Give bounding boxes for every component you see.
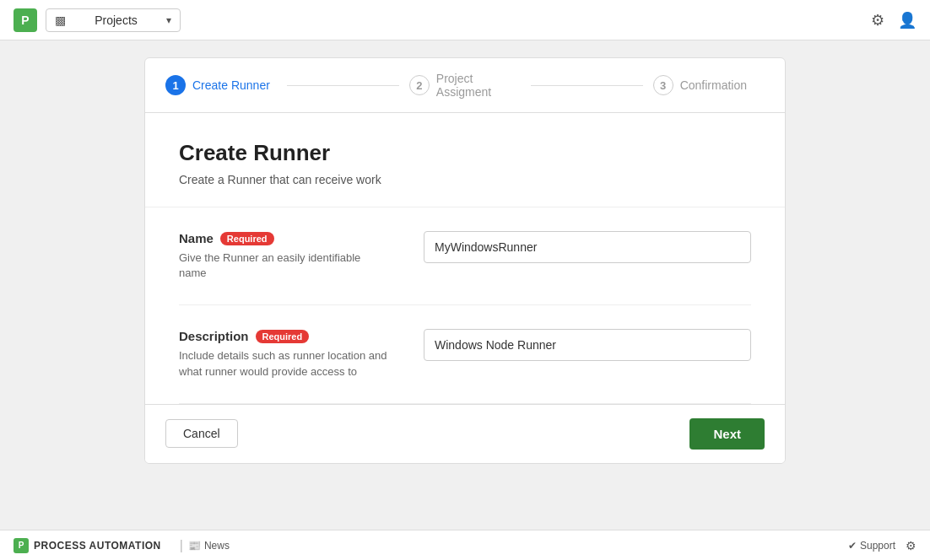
nav-left: P ▩ Projects ▾ <box>14 8 181 32</box>
app-logo: P <box>14 8 37 32</box>
description-field-info: Description Required Include details suc… <box>179 329 390 379</box>
main-content: 1 Create Runner 2 Project Assigment 3 Co… <box>0 40 930 530</box>
description-description: Include details such as runner location … <box>179 348 390 379</box>
description-label: Description <box>179 329 249 343</box>
step-2-label: Project Assigment <box>436 72 521 99</box>
form-body: Name Required Give the Runner an easily … <box>145 207 785 404</box>
settings-icon[interactable]: ⚙ <box>871 11 884 30</box>
projects-dropdown-label: Projects <box>73 13 160 27</box>
user-icon[interactable]: 👤 <box>898 11 916 30</box>
step-2-number: 2 <box>409 75 430 95</box>
news-icon: 📰 <box>188 540 201 552</box>
step-1-item: 1 Create Runner <box>165 75 277 95</box>
support-link[interactable]: ✔ Support <box>848 540 895 552</box>
description-label-row: Description Required <box>179 329 390 343</box>
bottom-bar: P PROCESS AUTOMATION | 📰 News ✔ Support … <box>0 530 930 560</box>
bottom-right: ✔ Support ⚙ <box>848 539 916 552</box>
form-header: Create Runner Create a Runner that can r… <box>145 113 785 207</box>
bottom-left: P PROCESS AUTOMATION | 📰 News <box>14 538 230 553</box>
name-label-row: Name Required <box>179 231 390 245</box>
name-input[interactable] <box>424 231 751 263</box>
description-input-area <box>424 329 751 361</box>
description-field-row: Description Required Include details suc… <box>179 305 751 403</box>
name-input-area <box>424 231 751 263</box>
step-3-item: 3 Confirmation <box>653 75 765 95</box>
bottom-logo: P <box>14 538 29 553</box>
step-divider-2 <box>531 85 642 86</box>
step-1-number: 1 <box>165 75 186 95</box>
description-input[interactable] <box>424 329 751 361</box>
name-description: Give the Runner an easily identifiable n… <box>179 250 390 281</box>
bottom-settings-icon[interactable]: ⚙ <box>906 539 916 552</box>
wizard-container: 1 Create Runner 2 Project Assigment 3 Co… <box>144 57 786 464</box>
projects-folder-icon: ▩ <box>55 13 66 27</box>
description-required-badge: Required <box>256 330 310 343</box>
form-footer: Cancel Next <box>145 404 785 463</box>
name-field-row: Name Required Give the Runner an easily … <box>179 207 751 305</box>
chevron-down-icon: ▾ <box>166 14 171 26</box>
step-divider-1 <box>287 85 398 86</box>
name-required-badge: Required <box>220 232 274 245</box>
news-link[interactable]: 📰 News <box>188 540 230 552</box>
name-label: Name <box>179 231 214 245</box>
bottom-app-name: PROCESS AUTOMATION <box>34 540 161 552</box>
steps-header: 1 Create Runner 2 Project Assigment 3 Co… <box>145 58 785 113</box>
form-subtitle: Create a Runner that can receive work <box>179 173 751 186</box>
support-icon: ✔ <box>848 540 857 552</box>
next-button[interactable]: Next <box>689 418 765 450</box>
step-3-label: Confirmation <box>680 78 747 92</box>
step-3-number: 3 <box>653 75 673 95</box>
nav-right: ⚙ 👤 <box>871 11 916 30</box>
top-nav: P ▩ Projects ▾ ⚙ 👤 <box>0 0 930 40</box>
cancel-button[interactable]: Cancel <box>165 419 238 448</box>
form-title: Create Runner <box>179 140 751 166</box>
step-2-item: 2 Project Assigment <box>409 72 521 99</box>
step-1-label: Create Runner <box>192 78 270 92</box>
name-field-info: Name Required Give the Runner an easily … <box>179 231 390 281</box>
projects-dropdown[interactable]: ▩ Projects ▾ <box>46 8 181 32</box>
